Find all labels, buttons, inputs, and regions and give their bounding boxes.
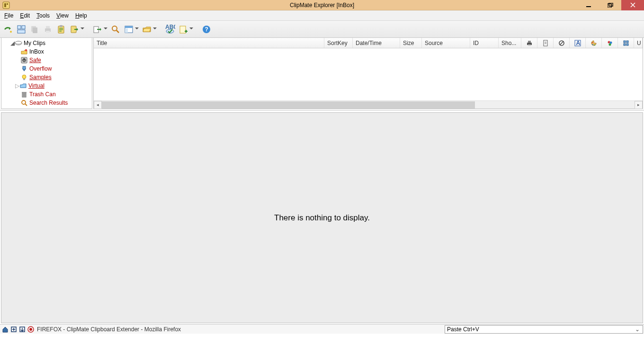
menu-edit[interactable]: Edit [17,11,33,20]
column-header-blobs[interactable] [602,38,618,48]
list-header: TitleSortKeyDate/TimeSizeSourceIDSho...A… [94,38,643,48]
tree-pane: ◢ My Clips InBox Safe Overflow Samples [1,38,92,109]
horizontal-scrollbar[interactable]: ◂ ▸ [94,100,643,109]
maximize-button[interactable] [599,0,621,10]
svg-text:?: ? [205,26,208,33]
tree-item-overflow[interactable]: Overflow [1,64,92,73]
column-header-sortkey[interactable]: SortKey [324,38,353,48]
scroll-track[interactable] [102,101,635,109]
svg-point-54 [592,44,593,45]
svg-point-33 [15,41,22,44]
menu-file[interactable]: File [1,11,17,20]
menu-view[interactable]: View [53,11,72,20]
svg-rect-61 [624,44,626,45]
safe-icon [20,56,28,64]
column-header-size[interactable]: Size [400,38,422,48]
toolbar-print-button[interactable] [42,23,54,36]
svg-rect-1 [4,3,6,7]
column-header-u[interactable]: U [634,38,643,48]
tree-item-label: Trash Can [29,91,56,98]
tree-item-trash[interactable]: Trash Can [1,90,92,99]
column-header-id[interactable]: ID [470,38,499,48]
toolbar-folder-button[interactable] [141,23,153,36]
column-header-strike[interactable] [554,38,570,48]
toolbar-copy-button[interactable] [28,23,41,36]
column-header-printer[interactable] [521,38,537,48]
list-body[interactable] [94,48,643,100]
tree-item-search-results[interactable]: Search Results [1,99,92,107]
status-save-icon[interactable] [18,325,27,334]
menu-help[interactable]: Help [72,11,90,20]
svg-rect-5 [609,3,613,6]
scroll-thumb[interactable] [102,101,475,109]
column-header-layout[interactable] [618,38,634,48]
toolbar-help-button[interactable]: ? [200,23,213,36]
column-header-datetime[interactable]: Date/Time [353,38,400,48]
minimize-button[interactable] [578,0,599,10]
column-header-sho[interactable]: Sho... [499,38,521,48]
toolbar-explorer-button[interactable] [15,23,27,36]
clips-icon [15,39,22,47]
search-icon [20,99,28,107]
toolbar-spellcheck-button[interactable]: ABC [164,23,176,36]
overflow-icon [20,65,28,73]
tree-item-label: Virtual [28,82,45,89]
close-button[interactable] [621,0,644,10]
svg-text:A: A [576,40,580,46]
svg-rect-39 [23,79,25,80]
svg-rect-19 [59,31,62,31]
toolbar-layout-button[interactable] [123,23,135,36]
tree-root[interactable]: ◢ My Clips [1,39,92,47]
tree-item-label: InBox [29,48,44,55]
toolbar-paste-button[interactable] [68,23,80,36]
status-text: FIREFOX - ClipMate Clipboard Extender - … [37,326,445,333]
svg-point-55 [594,44,595,45]
tree-item-label: Safe [29,57,41,64]
svg-rect-17 [59,28,63,28]
tree-item-samples[interactable]: Samples [1,73,92,82]
column-header-document[interactable] [537,38,554,48]
tree-item-inbox[interactable]: InBox [1,47,92,56]
toolbar-clipboard-button[interactable] [55,23,67,36]
toolbar-find-button[interactable] [109,23,122,36]
empty-message: There is nothing to display. [274,213,370,223]
tree-item-label: Samples [29,74,52,81]
status-capture-icon[interactable] [9,325,18,334]
tree-item-label: Search Results [29,100,68,106]
tree-item-safe[interactable]: Safe [1,56,92,64]
collapse-icon[interactable]: ◢ [10,40,15,46]
app-icon [2,1,10,9]
scroll-right-button[interactable]: ▸ [635,101,643,109]
status-record-icon[interactable] [27,325,35,334]
tree-item-virtual[interactable]: ▷ Virtual [1,82,92,90]
status-paste-combo[interactable]: Paste Ctrl+V ⌄ [445,325,643,334]
svg-rect-18 [59,29,63,30]
svg-rect-44 [528,41,531,43]
svg-rect-13 [46,26,50,28]
chevron-down-icon[interactable]: ⌄ [634,326,641,333]
window-title: ClipMate Explorer [InBox] [290,2,354,9]
toolbar-newclip-button[interactable] [177,23,189,36]
column-header-source[interactable]: Source [422,38,470,48]
preview-pane: There is nothing to display. [1,112,643,323]
scroll-left-button[interactable]: ◂ [94,101,102,109]
column-header-palette[interactable] [586,38,602,48]
svg-rect-14 [46,31,50,33]
svg-rect-41 [22,92,27,93]
toolbar: ABC ? [0,21,644,38]
svg-rect-25 [125,26,133,28]
svg-point-23 [114,27,115,28]
palette-icon [590,40,597,46]
expand-icon[interactable]: ▷ [15,82,19,89]
folder-icon [19,82,27,90]
svg-rect-2 [7,3,8,5]
document-icon [542,40,549,46]
menu-tools[interactable]: Tools [33,11,53,20]
toolbar-export-button[interactable] [91,23,104,36]
column-header-title[interactable]: Title [94,38,324,48]
column-header-text-a[interactable]: A [570,38,586,48]
svg-point-58 [608,43,611,45]
status-home-icon[interactable] [1,325,9,334]
blobs-icon [607,40,613,46]
toolbar-capture-button[interactable] [2,23,14,36]
